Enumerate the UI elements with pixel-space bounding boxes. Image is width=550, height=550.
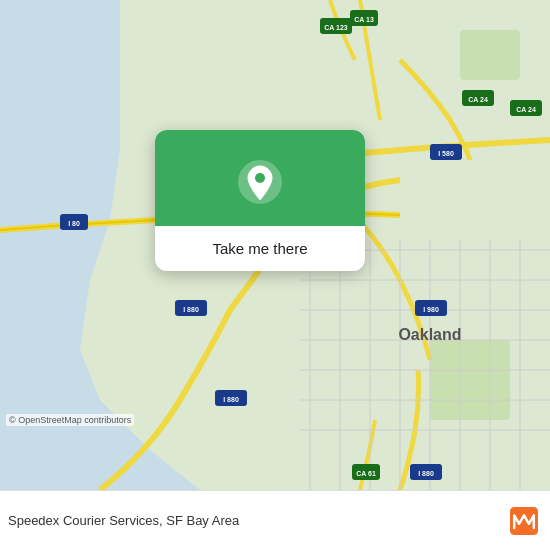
popup-card: Take me there <box>155 130 365 271</box>
svg-point-44 <box>255 173 265 183</box>
moovit-logo <box>510 507 538 535</box>
svg-text:I 880: I 880 <box>223 396 239 403</box>
svg-text:I 80: I 80 <box>68 220 80 227</box>
svg-text:Oakland: Oakland <box>398 326 461 343</box>
bottom-bar: Speedex Courier Services, SF Bay Area <box>0 490 550 550</box>
popup-green-area <box>155 130 365 226</box>
svg-text:I 880: I 880 <box>418 470 434 477</box>
svg-text:CA 24: CA 24 <box>468 96 488 103</box>
svg-rect-4 <box>460 30 520 80</box>
moovit-icon <box>510 507 538 535</box>
location-pin-icon <box>236 158 284 206</box>
take-me-there-button[interactable]: Take me there <box>155 226 365 271</box>
svg-text:CA 24: CA 24 <box>516 106 536 113</box>
svg-text:CA 123: CA 123 <box>324 24 348 31</box>
osm-attribution: © OpenStreetMap contributors <box>6 414 134 426</box>
svg-text:I 880: I 880 <box>183 306 199 313</box>
svg-text:I 580: I 580 <box>438 150 454 157</box>
svg-text:CA 61: CA 61 <box>356 470 376 477</box>
location-title: Speedex Courier Services, SF Bay Area <box>8 513 510 528</box>
svg-text:I 980: I 980 <box>423 306 439 313</box>
map-container: I 80 I 880 I 880 I 980 I 580 CA 24 CA 24… <box>0 0 550 490</box>
svg-text:CA 13: CA 13 <box>354 16 374 23</box>
svg-rect-3 <box>430 340 510 420</box>
